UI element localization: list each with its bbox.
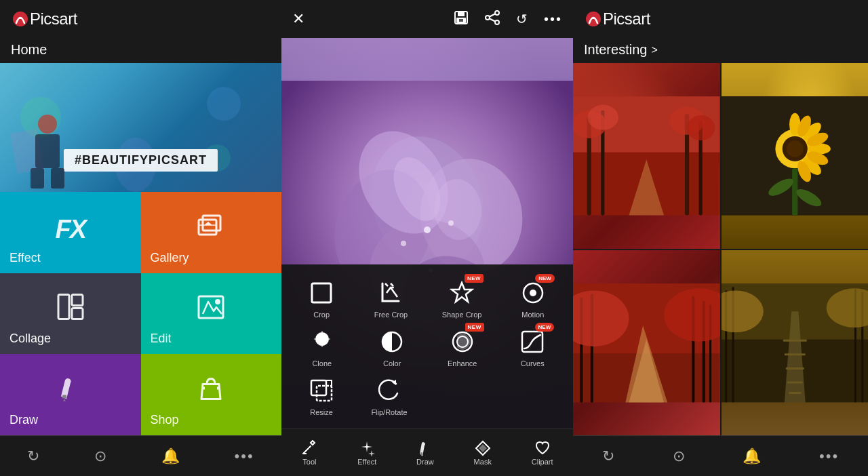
interesting-section-header[interactable]: Interesting > bbox=[573, 38, 868, 63]
editor-right-icons: ↺ ••• bbox=[454, 10, 562, 28]
bottom-tool-clipart[interactable]: Clipart bbox=[526, 437, 559, 469]
share-icon[interactable] bbox=[485, 10, 500, 28]
home-tile-grid: FX Effect Gallery bbox=[0, 192, 281, 435]
photo-3-inner bbox=[573, 250, 720, 436]
refresh-icon-right[interactable]: ↻ bbox=[597, 442, 620, 471]
color-icon-wrap bbox=[377, 327, 407, 357]
tool-clone[interactable]: Clone bbox=[298, 324, 346, 370]
svg-rect-54 bbox=[311, 380, 326, 395]
editor-left-icons: ✕ bbox=[292, 10, 304, 28]
undo-icon[interactable]: ↺ bbox=[516, 11, 528, 27]
app-title-left: Picsart bbox=[30, 9, 77, 28]
svg-line-44 bbox=[385, 283, 388, 286]
notification-icon-right[interactable]: 🔔 bbox=[737, 442, 766, 471]
tile-edit[interactable]: Edit bbox=[141, 273, 282, 355]
motion-label: Motion bbox=[521, 311, 544, 319]
hero-bg: #BEAUTIFYPICSART bbox=[0, 63, 281, 192]
picsart-logo-icon-right bbox=[584, 9, 603, 28]
photo-edit-area: Crop Free Crop bbox=[281, 38, 573, 429]
photo-4[interactable] bbox=[722, 250, 869, 436]
bottom-mask-label: Mask bbox=[474, 458, 492, 466]
svg-rect-105 bbox=[783, 339, 806, 341]
more-icon-right[interactable]: ••• bbox=[814, 442, 844, 471]
bottom-draw-label: Draw bbox=[416, 458, 434, 466]
shape-crop-new-badge: NEW bbox=[465, 274, 484, 283]
tile-draw[interactable]: Draw bbox=[0, 354, 141, 435]
tool-enhance[interactable]: NEW Enhance bbox=[439, 324, 486, 370]
tool-crop[interactable]: Crop bbox=[298, 275, 345, 321]
tool-motion[interactable]: NEW Motion bbox=[509, 275, 557, 321]
hero-text: #BEAUTIFYPICSART bbox=[64, 149, 218, 172]
search-icon-right[interactable]: ⊙ bbox=[667, 442, 690, 471]
svg-point-38 bbox=[424, 226, 431, 233]
tile-shop[interactable]: Shop bbox=[141, 354, 282, 435]
photo-1[interactable] bbox=[573, 63, 720, 249]
editor-header: ✕ ↺ ••• bbox=[281, 0, 573, 38]
bottom-tool-draw[interactable]: Draw bbox=[411, 437, 439, 469]
tool-shape-crop[interactable]: NEW Shape Crop bbox=[437, 275, 488, 321]
shop-icon bbox=[197, 375, 224, 408]
tile-effect[interactable]: FX Effect bbox=[0, 192, 141, 273]
bottom-tool-label: Tool bbox=[302, 458, 316, 466]
bottom-effect-label: Effect bbox=[357, 458, 376, 466]
resize-icon-wrap bbox=[307, 376, 336, 405]
tile-edit-label: Edit bbox=[151, 332, 172, 346]
motion-new-badge: NEW bbox=[535, 274, 555, 283]
enhance-icon bbox=[450, 330, 475, 354]
svg-rect-108 bbox=[787, 381, 802, 383]
photo-3[interactable] bbox=[573, 250, 720, 436]
bottom-tool-mask[interactable]: Mask bbox=[469, 437, 497, 469]
tool-flip-rotate[interactable]: Flip/Rotate bbox=[366, 373, 413, 419]
svg-rect-58 bbox=[420, 452, 422, 455]
svg-line-27 bbox=[490, 14, 495, 16]
search-icon-left[interactable]: ⊙ bbox=[89, 442, 112, 471]
home-section-label: Home bbox=[0, 38, 281, 63]
svg-rect-107 bbox=[785, 367, 804, 369]
color-icon bbox=[380, 330, 404, 354]
tile-gallery[interactable]: Gallery bbox=[141, 192, 282, 273]
tile-effect-label: Effect bbox=[9, 251, 41, 265]
bottom-tool-tool[interactable]: Tool bbox=[296, 437, 323, 469]
middle-panel: ✕ ↺ ••• bbox=[281, 0, 573, 476]
bottom-tool-effect[interactable]: Effect bbox=[352, 437, 382, 469]
tool-free-crop[interactable]: Free Crop bbox=[367, 275, 414, 321]
svg-rect-15 bbox=[72, 295, 83, 306]
refresh-icon[interactable]: ↻ bbox=[22, 442, 45, 471]
more-icon-left[interactable]: ••• bbox=[229, 442, 260, 471]
svg-rect-109 bbox=[788, 391, 801, 393]
more-icon-middle[interactable]: ••• bbox=[544, 12, 562, 27]
clone-icon-wrap bbox=[307, 327, 337, 357]
svg-rect-19 bbox=[62, 395, 66, 399]
svg-line-28 bbox=[490, 18, 495, 21]
draw-icon bbox=[57, 375, 84, 408]
tool-row-2: Clone Color NEW bbox=[287, 324, 568, 370]
tile-shop-label: Shop bbox=[151, 413, 179, 427]
edit-icon bbox=[197, 295, 224, 325]
enhance-icon-wrap: NEW bbox=[448, 327, 477, 357]
tool-resize[interactable]: Resize bbox=[298, 373, 345, 419]
svg-point-48 bbox=[530, 290, 536, 296]
svg-point-84 bbox=[786, 140, 803, 157]
photo-1-inner bbox=[573, 63, 720, 249]
photo-2-art bbox=[722, 63, 869, 249]
tool-curves[interactable]: NEW Curves bbox=[509, 324, 556, 370]
interesting-photo-grid bbox=[573, 63, 868, 435]
svg-rect-106 bbox=[784, 353, 805, 355]
shape-crop-icon bbox=[450, 281, 474, 305]
close-icon[interactable]: ✕ bbox=[292, 10, 304, 28]
svg-rect-23 bbox=[459, 19, 463, 22]
photo-2[interactable] bbox=[722, 63, 869, 249]
crop-icon bbox=[309, 281, 334, 305]
svg-rect-10 bbox=[203, 216, 220, 231]
tool-color[interactable]: Color bbox=[368, 324, 416, 370]
tile-gallery-label: Gallery bbox=[151, 251, 189, 265]
save-icon[interactable] bbox=[454, 10, 469, 28]
tile-collage[interactable]: Collage bbox=[0, 273, 141, 355]
notification-icon-left[interactable]: 🔔 bbox=[156, 442, 185, 471]
svg-point-6 bbox=[38, 115, 57, 134]
resize-label: Resize bbox=[310, 408, 333, 416]
clipart-heart-icon bbox=[534, 440, 551, 456]
svg-marker-60 bbox=[479, 444, 487, 452]
svg-point-39 bbox=[401, 241, 406, 246]
svg-rect-9 bbox=[51, 168, 64, 189]
